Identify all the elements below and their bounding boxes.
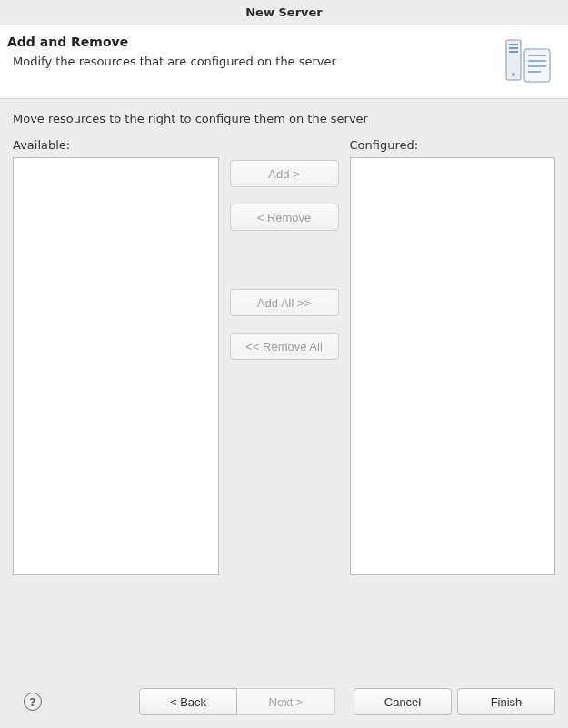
available-listbox[interactable]	[13, 157, 219, 575]
svg-rect-1	[509, 44, 518, 45]
svg-rect-6	[528, 55, 546, 56]
wizard-content: Move resources to the right to configure…	[0, 99, 568, 575]
help-icon[interactable]: ?	[24, 693, 42, 711]
banner-title: Add and Remove	[7, 35, 501, 49]
svg-rect-8	[528, 65, 546, 67]
window-title: New Server	[0, 0, 568, 25]
configured-label: Configured:	[350, 138, 556, 152]
svg-rect-2	[509, 47, 518, 49]
wizard-banner: Add and Remove Modify the resources that…	[0, 25, 568, 99]
finish-button[interactable]: Finish	[457, 688, 555, 715]
back-button[interactable]: < Back	[139, 688, 237, 715]
configured-listbox[interactable]	[350, 157, 556, 575]
add-all-button[interactable]: Add All >>	[230, 289, 339, 316]
wizard-footer: ? < Back Next > Cancel Finish	[0, 677, 568, 728]
cancel-button[interactable]: Cancel	[354, 688, 452, 715]
svg-rect-9	[528, 71, 541, 73]
next-button[interactable]: Next >	[237, 688, 335, 715]
svg-rect-3	[509, 51, 518, 53]
server-icon	[501, 35, 555, 89]
svg-point-4	[512, 73, 515, 76]
add-button[interactable]: Add >	[230, 160, 339, 187]
remove-button[interactable]: < Remove	[230, 204, 339, 231]
banner-subtitle: Modify the resources that are configured…	[13, 55, 501, 68]
instruction-text: Move resources to the right to configure…	[13, 112, 555, 125]
svg-rect-7	[528, 60, 546, 62]
remove-all-button[interactable]: << Remove All	[230, 333, 339, 360]
available-label: Available:	[13, 138, 219, 152]
